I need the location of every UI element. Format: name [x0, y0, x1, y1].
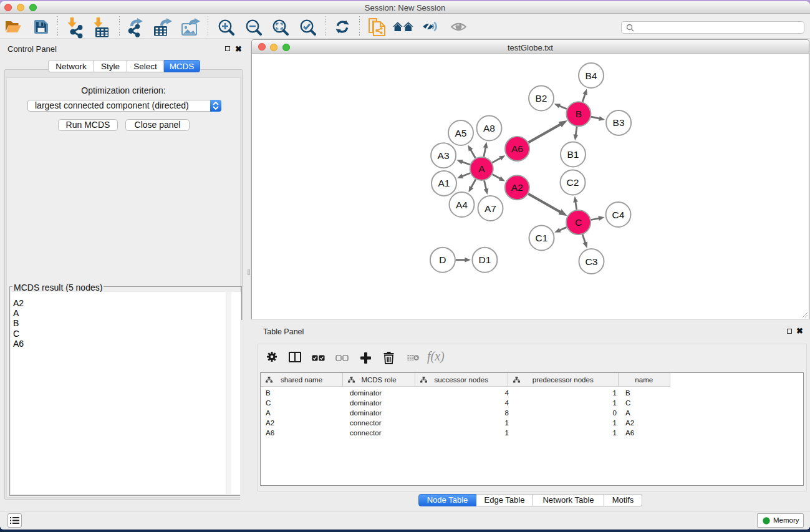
- svg-text:B2: B2: [536, 93, 547, 104]
- svg-text:B3: B3: [613, 117, 625, 128]
- svg-text:A7: A7: [485, 203, 496, 214]
- svg-text:A2: A2: [511, 182, 523, 193]
- svg-text:A3: A3: [438, 150, 450, 161]
- svg-text:B: B: [576, 109, 582, 119]
- svg-text:A8: A8: [483, 123, 495, 133]
- svg-text:C: C: [575, 217, 582, 228]
- svg-text:B4: B4: [586, 70, 597, 81]
- svg-text:C3: C3: [586, 256, 598, 267]
- svg-text:B1: B1: [567, 149, 579, 160]
- svg-text:A5: A5: [455, 128, 467, 138]
- svg-text:A1: A1: [438, 178, 450, 188]
- svg-text:D1: D1: [478, 254, 491, 265]
- svg-text:A: A: [478, 163, 485, 174]
- svg-text:C1: C1: [536, 233, 548, 243]
- svg-text:C2: C2: [567, 177, 579, 188]
- svg-text:D: D: [439, 254, 446, 265]
- svg-text:A4: A4: [456, 200, 468, 210]
- svg-text:C4: C4: [612, 210, 625, 220]
- svg-text:A6: A6: [511, 143, 523, 154]
